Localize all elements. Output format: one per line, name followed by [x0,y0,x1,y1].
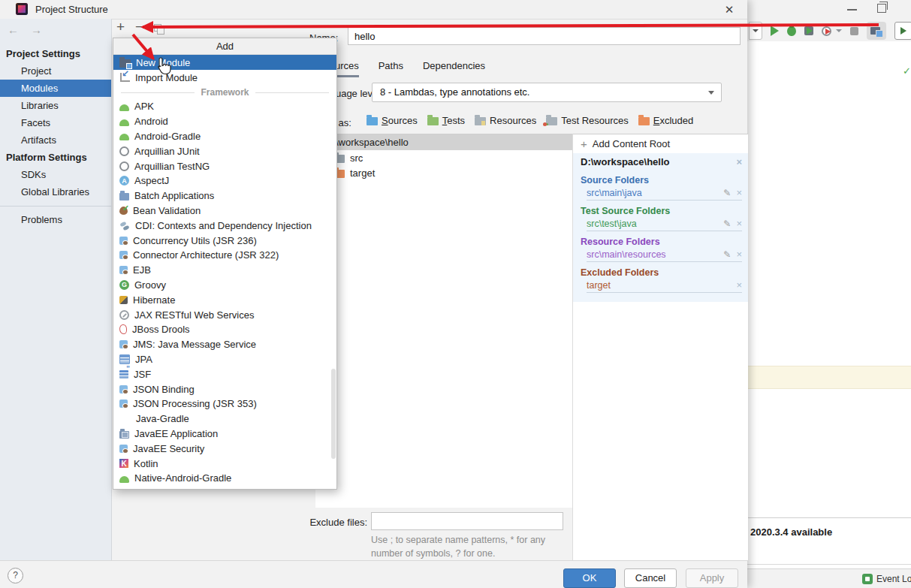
framework-item[interactable]: JSON Processing (JSR 353) [113,397,336,412]
maximize-icon[interactable] [877,4,886,13]
sidebar-group-platform-settings[interactable]: Platform Settings [0,149,111,166]
language-level-select[interactable]: 8 - Lambdas, type annotations etc. [372,83,722,102]
sidebar-item-sdks[interactable]: SDKs [0,166,111,183]
folder-path-row[interactable]: src\main\resources ✎ × [587,249,742,262]
sidebar-group-project-settings[interactable]: Project Settings [0,45,111,62]
framework-item[interactable]: JAX RESTful Web Services [113,307,336,322]
ok-button[interactable]: OK [563,568,616,588]
framework-item[interactable]: Connector Architecture (JSR 322) [113,248,336,263]
mark-as-badge[interactable]: Resources [475,115,536,126]
framework-item[interactable]: Kotlin [113,456,336,471]
framework-item[interactable]: JavaEE Security [113,441,336,456]
mark-as-badge[interactable]: Tests [427,115,465,126]
tree-row[interactable]: src [315,150,572,165]
framework-item[interactable]: APK [113,99,336,114]
help-button[interactable]: ? [8,568,23,583]
mark-as-badge[interactable]: Excluded [638,115,693,126]
debug-icon[interactable] [787,26,796,36]
bean-validation-icon [119,207,128,215]
folder-path-row[interactable]: src\test\java ✎ × [587,218,742,231]
sidebar-item-global-libraries[interactable]: Global Libraries [0,183,111,201]
popup-scrollbar[interactable] [331,369,336,459]
remove-folder-icon[interactable]: × [736,218,742,229]
sidebar-separator[interactable] [0,201,111,211]
mark-as-badge[interactable]: Sources [367,115,418,126]
framework-item[interactable]: JSON Binding [113,381,336,397]
sidebar-item-problems[interactable]: Problems [0,211,111,228]
project-structure-icon[interactable] [867,22,886,40]
apply-button[interactable]: Apply [686,568,738,588]
coverage-icon[interactable] [804,26,813,35]
menu-item-new-module[interactable]: New Module [113,55,336,70]
framework-item[interactable]: Native-Android-Gradle [113,471,336,486]
framework-item[interactable]: Java-Gradle [113,412,336,427]
tab-paths[interactable]: Paths [379,60,403,75]
content-root-tree: D:\workspace\hello src target [315,134,572,508]
remove-folder-icon[interactable]: × [736,187,742,198]
remove-folder-icon[interactable]: × [736,249,742,260]
mark-as-badges: Sources Tests Resources Test Resources E… [367,115,693,126]
framework-item[interactable]: Groovy [113,278,336,293]
content-root-row[interactable]: D:\workspace\hello × [573,153,748,170]
edit-icon[interactable]: ✎ [723,249,731,260]
import-icon [120,73,130,82]
edit-icon[interactable]: ✎ [723,188,731,198]
framework-item[interactable]: Batch Applications [113,188,336,204]
tree-root-row[interactable]: D:\workspace\hello [315,134,572,150]
folder-path-row[interactable]: target ✎ × [587,279,742,293]
add-content-root-button[interactable]: + Add Content Root [573,134,748,153]
update-notification-text[interactable]: 2020.3.4 available [750,526,832,538]
framework-item[interactable]: JBoss Drools [113,322,336,337]
add-module-button[interactable]: + [116,19,125,35]
toolbar-caret-icon[interactable] [836,29,842,32]
mark-as-badge[interactable]: Test Resources [546,115,629,126]
framework-item[interactable]: Android [113,114,336,129]
sidebar-item-facets[interactable]: Facets [0,114,111,131]
framework-list: APK Android Android-Gradle Arquillian JU… [113,99,336,489]
framework-item[interactable]: AspectJ [113,173,336,188]
back-icon[interactable]: ← [8,23,19,36]
folder-path-row[interactable]: src\main\java ✎ × [587,187,742,201]
framework-item[interactable]: EJB [113,263,336,278]
framework-item[interactable]: Concurrency Utils (JSR 236) [113,233,336,248]
framework-item[interactable]: JPA [113,352,336,367]
framework-item[interactable]: JMS: Java Message Service [113,337,336,352]
module-name-input[interactable] [348,27,741,45]
run-window-icon[interactable] [894,22,911,40]
menu-item-import-module[interactable]: Import Module [113,70,336,85]
framework-item[interactable]: JSF [113,366,336,381]
sidebar-item-libraries[interactable]: Libraries [0,97,111,114]
framework-item[interactable]: Spring [113,486,336,489]
intellij-logo-icon [16,3,28,15]
sidebar-item-artifacts[interactable]: Artifacts [0,131,111,149]
remove-folder-icon[interactable]: × [736,279,742,291]
run-config-dropdown-icon[interactable] [749,22,762,40]
sidebar-item-project[interactable]: Project [0,62,111,80]
cancel-button[interactable]: Cancel [624,568,677,588]
stop-icon[interactable] [850,27,858,35]
run-icon[interactable] [771,26,779,36]
framework-item[interactable]: Hibernate [113,292,336,307]
copy-module-icon[interactable] [154,24,161,32]
profiler-icon[interactable] [822,26,831,36]
exclude-files-input[interactable] [371,512,563,530]
framework-item[interactable]: JavaEE Application [113,427,336,442]
framework-item[interactable]: CDI: Contexts and Dependency Injection [113,218,336,233]
folder-section-title: Test Source Folders [573,206,748,216]
framework-item[interactable]: Android-Gradle [113,129,336,144]
tree-row[interactable]: target [315,165,572,180]
framework-item[interactable]: Arquillian JUnit [113,143,336,158]
javaee-icon [119,266,128,274]
forward-icon[interactable]: → [31,23,42,36]
remove-module-button[interactable]: − [135,19,143,35]
minimize-icon[interactable] [847,9,857,11]
event-log-icon[interactable] [862,574,873,584]
edit-icon[interactable]: ✎ [723,219,731,229]
remove-content-root-icon[interactable]: × [736,156,742,167]
close-icon[interactable] [721,2,738,18]
framework-item[interactable]: Arquillian TestNG [113,158,336,173]
event-log-label[interactable]: Event Log [876,574,911,584]
framework-item[interactable]: Bean Validation [113,204,336,219]
sidebar-item-modules[interactable]: Modules [0,80,111,97]
tab-dependencies[interactable]: Dependencies [423,60,485,75]
